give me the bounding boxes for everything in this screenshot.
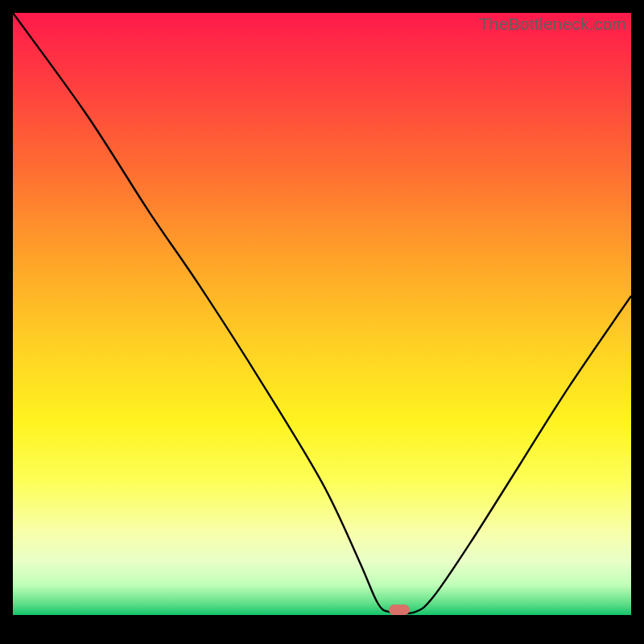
- chart-frame: TheBottleneck.com: [13, 13, 631, 631]
- bottleneck-curve: [13, 13, 631, 615]
- optimal-point-marker: [389, 605, 410, 615]
- plot-area: [13, 13, 631, 615]
- curve-path: [13, 13, 631, 613]
- watermark-text: TheBottleneck.com: [479, 14, 626, 34]
